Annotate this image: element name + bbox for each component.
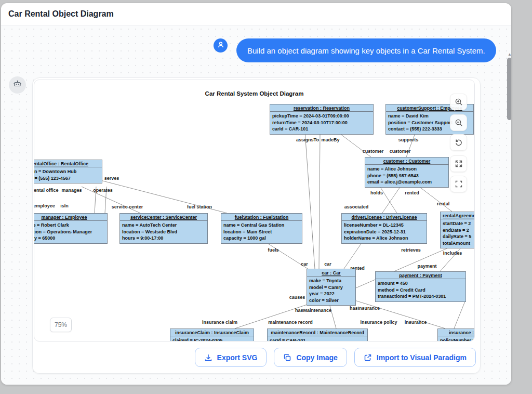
object-node-title: manager : Employee — [34, 214, 107, 221]
edge-label: causes — [289, 295, 305, 300]
edge-label: rented — [405, 190, 419, 195]
copy-image-button[interactable]: Copy Image — [274, 348, 347, 367]
object-node-attribute: holderName = Alice Johnson — [342, 235, 427, 242]
edge-label: insurance claim — [202, 320, 237, 325]
object-node-attribute: year = 2022 — [307, 291, 355, 297]
object-node-attribute: name = AutoTech Center — [120, 222, 207, 229]
object-node-rental-office[interactable]: rentalOffice : RentalOfficelocation = Do… — [34, 160, 102, 183]
object-node-attribute: model = Camry — [307, 284, 355, 291]
diagram-viewport: Car Rental System Object Diagram assigns… — [34, 80, 475, 342]
edge-label: customer — [390, 149, 411, 154]
object-node-attribute: position = Operations Manager — [34, 229, 107, 235]
zoom-in-button[interactable] — [450, 94, 467, 110]
object-node-maintenance-record[interactable]: maintenanceRecord : MaintenanceRecordcar… — [267, 329, 368, 342]
edge-label: payment — [417, 264, 436, 269]
object-node-payment[interactable]: payment : Paymentamount = 450method = Cr… — [375, 271, 466, 302]
edge-label: employee — [34, 203, 55, 208]
object-node-attribute: location = Westside Blvd — [120, 229, 207, 235]
reset-view-button[interactable] — [450, 134, 467, 151]
edge-label: service center — [112, 204, 143, 209]
object-node-attribute: color = Silver — [307, 297, 355, 304]
edge-label: associated — [344, 204, 369, 209]
edge-label: insurance policy — [360, 320, 397, 325]
zoom-level-badge: 75% — [50, 318, 72, 332]
scrollbar-up-arrow[interactable]: ▲ — [507, 51, 511, 57]
reset-icon — [455, 138, 463, 147]
edge-label: supports — [398, 137, 419, 142]
edge-label: holds — [370, 190, 383, 195]
copy-icon — [283, 353, 291, 362]
zoom-out-icon — [455, 119, 463, 127]
edge-label: car — [301, 261, 308, 267]
zoom-out-button[interactable] — [450, 114, 467, 131]
object-node-attribute: capacity = 1000 gal — [221, 235, 302, 242]
edge-label: operates — [93, 188, 113, 193]
edge-label: customer — [363, 149, 384, 154]
export-svg-button[interactable]: Export SVG — [195, 348, 267, 367]
edge-label: madeBy — [321, 137, 339, 142]
edge-label: fuels — [268, 247, 278, 253]
object-node-insurance-claim[interactable]: insuranceClaim : InsuranceClaimclaimId =… — [170, 329, 254, 342]
object-node-title: reservation : Reservation — [270, 104, 373, 112]
diagram-card: Car Rental System Object Diagram assigns… — [32, 77, 481, 374]
edge-label: maintenance record — [268, 320, 313, 325]
object-node-attribute: policyNumber = — [438, 337, 475, 342]
edge-label: isIn — [60, 203, 69, 208]
scrollbar-thumb[interactable] — [507, 58, 511, 120]
external-link-icon — [364, 353, 372, 362]
edge-label: rental — [437, 201, 450, 206]
object-node-attribute: pickupTime = 2024-03-01T09:00:00 — [270, 113, 373, 120]
object-node-fuel-station[interactable]: fuelStation : FuelStationname = Central … — [221, 213, 302, 244]
edge-label: insurance — [405, 320, 427, 325]
object-node-service-center[interactable]: serviceCenter : ServiceCentername = Auto… — [119, 213, 208, 244]
object-node-insurance[interactable]: insurance : InsurancepolicyNumber = — [437, 329, 475, 342]
object-node-attribute: make = Toyota — [307, 278, 355, 284]
object-node-customer[interactable]: customer : Customername = Alice Johnsonp… — [365, 157, 449, 188]
edge-label: serves — [104, 176, 119, 181]
object-node-attribute: phone = (555) 987-6543 — [365, 173, 448, 179]
edge-label: car — [324, 261, 331, 267]
import-to-visual-paradigm-label: Import to Visual Paradigm — [377, 353, 467, 362]
object-node-reservation[interactable]: reservation : ReservationpickupTime = 20… — [270, 104, 374, 135]
edge-label: includes — [443, 251, 462, 256]
object-node-manager[interactable]: manager : Employeename = Robert Clarkpos… — [34, 213, 108, 244]
object-node-attribute: dailyRate = 5 — [441, 233, 475, 240]
object-node-title: customer : Customer — [365, 157, 448, 165]
import-to-visual-paradigm-button[interactable]: Import to Visual Paradigm — [354, 348, 476, 367]
edge-label: hasMaintenance — [295, 308, 331, 313]
object-node-title: insurance : Insurance — [438, 329, 475, 336]
object-node-attribute: expirationDate = 2025-12-31 — [342, 229, 427, 235]
object-node-attribute: returnTime = 2024-03-10T17:00:00 — [270, 120, 373, 126]
object-node-driver-license[interactable]: driverLicense : DriverLicenselicenseNumb… — [341, 213, 427, 244]
expand-button[interactable] — [450, 155, 467, 172]
fullscreen-icon — [455, 180, 463, 188]
object-node-rental-agreement[interactable]: rentalAgreement : RentalAgreementstartDa… — [440, 212, 475, 248]
app-window: Car Rental Object Diagram Build an objec… — [1, 3, 511, 385]
edge-label: fuel station — [187, 204, 212, 209]
download-icon — [204, 353, 212, 362]
zoom-in-icon — [455, 98, 463, 106]
object-node-attribute: carId = CAR-101 — [270, 126, 373, 133]
object-node-attribute: phone = (555) 123-4567 — [34, 175, 102, 182]
object-node-title: serviceCenter : ServiceCenter — [120, 214, 207, 221]
object-node-title: insuranceClaim : InsuranceClaim — [170, 329, 254, 336]
object-node-car[interactable]: car : Carmake = Toyotamodel = Camryyear … — [307, 269, 356, 306]
person-icon — [217, 41, 224, 50]
diagram-canvas[interactable]: Car Rental System Object Diagram assigns… — [34, 80, 474, 341]
edge-label: rental office — [34, 188, 59, 193]
object-node-title: car : Car — [307, 269, 355, 277]
object-node-title: payment : Payment — [376, 272, 466, 279]
object-node-attribute: amount = 450 — [376, 280, 466, 287]
object-node-title: driverLicense : DriverLicense — [342, 214, 427, 221]
copy-image-label: Copy Image — [296, 353, 337, 362]
content-area: Build an object diagram showing key obje… — [1, 25, 511, 385]
fullscreen-button[interactable] — [450, 176, 467, 192]
object-node-attribute: salary = 65000 — [34, 235, 107, 242]
edge-label: manages — [61, 188, 82, 193]
object-node-title: rentalOffice : RentalOffice — [34, 160, 102, 167]
edge-label: hasInsurance — [350, 306, 380, 311]
diagram-title: Car Rental System Object Diagram — [34, 90, 474, 97]
edge-label: assignsTo — [296, 137, 319, 142]
user-avatar — [214, 38, 228, 52]
object-node-title: maintenanceRecord : MaintenanceRecord — [268, 329, 367, 336]
